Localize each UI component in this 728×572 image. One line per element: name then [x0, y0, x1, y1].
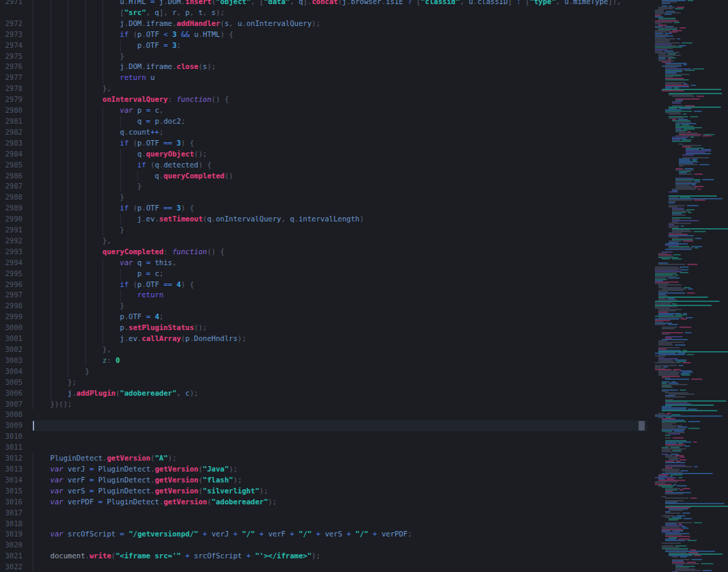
- code-line-content[interactable]: [33, 540, 647, 551]
- minimap[interactable]: [647, 0, 728, 572]
- code-line[interactable]: 3000 p.setPluginStatus();: [0, 323, 647, 333]
- line-number[interactable]: 2996: [0, 280, 33, 290]
- code-line[interactable]: 2999 p.OTF = 4;: [0, 312, 647, 323]
- code-line-content[interactable]: [33, 431, 647, 442]
- code-line-content[interactable]: },: [33, 83, 647, 94]
- line-number[interactable]: 3006: [0, 388, 33, 399]
- code-line[interactable]: 3009: [0, 420, 647, 431]
- code-line-content[interactable]: [33, 420, 647, 431]
- code-line-content[interactable]: return u: [33, 72, 647, 83]
- code-line-content[interactable]: }: [33, 301, 647, 312]
- line-number[interactable]: 3004: [0, 366, 33, 377]
- code-line[interactable]: 2985 if (q.detected) {: [0, 160, 647, 171]
- line-number[interactable]: 3019: [0, 529, 33, 540]
- code-line-content[interactable]: j.addPlugin("adobereader", c);: [33, 388, 647, 399]
- line-number[interactable]: 2973: [0, 29, 33, 40]
- line-number[interactable]: 3007: [0, 399, 33, 410]
- code-line-content[interactable]: q.count++;: [33, 127, 647, 138]
- code-line-content[interactable]: p.setPluginStatus();: [33, 323, 647, 333]
- code-line-content[interactable]: if (p.OTF == 4) {: [33, 280, 647, 290]
- code-line[interactable]: 2988 }: [0, 192, 647, 203]
- line-number[interactable]: 2979: [0, 94, 33, 105]
- code-line-content[interactable]: var verS = PluginDetect.getVersion("silv…: [33, 486, 647, 497]
- line-number[interactable]: 3003: [0, 355, 33, 366]
- code-line[interactable]: 2983 if (p.OTF == 3) {: [0, 138, 647, 149]
- line-number[interactable]: 3008: [0, 409, 33, 420]
- code-line[interactable]: 3013 var verJ = PluginDetect.getVersion(…: [0, 464, 647, 475]
- code-line[interactable]: ["src", q], r, p, t, s);: [0, 8, 647, 18]
- line-number[interactable]: 3010: [0, 431, 33, 442]
- code-line[interactable]: 3003 z: 0: [0, 355, 647, 366]
- minimap-canvas[interactable]: [647, 0, 728, 572]
- code-line-content[interactable]: [33, 519, 647, 530]
- line-number[interactable]: 3001: [0, 333, 33, 344]
- line-number[interactable]: 2971: [0, 0, 33, 8]
- code-line[interactable]: 2981 q = p.doc2;: [0, 116, 647, 127]
- code-line[interactable]: 3014 var verF = PluginDetect.getVersion(…: [0, 475, 647, 486]
- line-number[interactable]: 3022: [0, 562, 33, 572]
- line-number[interactable]: 3000: [0, 323, 33, 333]
- code-line-content[interactable]: var verF = PluginDetect.getVersion("flas…: [33, 475, 647, 486]
- code-line[interactable]: 2994 var q = this,: [0, 258, 647, 269]
- code-line-content[interactable]: j.ev.callArray(p.DoneHndlrs);: [33, 333, 647, 344]
- code-line[interactable]: 3022: [0, 562, 647, 572]
- code-line[interactable]: 3016 var verPDF = PluginDetect.getVersio…: [0, 497, 647, 508]
- line-number[interactable]: 2992: [0, 236, 33, 247]
- line-number[interactable]: 3014: [0, 475, 33, 486]
- code-line-content[interactable]: j.DOM.iframe.addHandler(s, u.onIntervalQ…: [33, 18, 647, 29]
- code-line[interactable]: 3021 document.write("<iframe src='" + sr…: [0, 551, 647, 562]
- code-line[interactable]: 2972 j.DOM.iframe.addHandler(s, u.onInte…: [0, 18, 647, 29]
- line-number[interactable]: 3005: [0, 377, 33, 388]
- code-line[interactable]: 2991 }: [0, 225, 647, 236]
- code-line[interactable]: 2976 j.DOM.iframe.close(s);: [0, 62, 647, 72]
- code-line-content[interactable]: q.queryObject();: [33, 149, 647, 160]
- code-line[interactable]: 3012 PluginDetect.getVersion("A");: [0, 453, 647, 464]
- line-number[interactable]: 2994: [0, 258, 33, 269]
- line-number[interactable]: 2995: [0, 269, 33, 280]
- code-line-content[interactable]: var verJ = PluginDetect.getVersion("Java…: [33, 464, 647, 475]
- code-line-content[interactable]: return: [33, 290, 647, 301]
- code-line[interactable]: 3020: [0, 540, 647, 551]
- code-line[interactable]: 3008: [0, 409, 647, 420]
- line-number[interactable]: 3013: [0, 464, 33, 475]
- code-line-content[interactable]: },: [33, 344, 647, 355]
- line-number[interactable]: 2981: [0, 116, 33, 127]
- code-line[interactable]: 2997 return: [0, 290, 647, 301]
- code-line-content[interactable]: }: [33, 192, 647, 203]
- line-number[interactable]: 2985: [0, 160, 33, 171]
- line-number[interactable]: 3020: [0, 540, 33, 551]
- code-line[interactable]: 3017: [0, 508, 647, 519]
- line-number[interactable]: 2997: [0, 290, 33, 301]
- code-line-content[interactable]: }: [33, 225, 647, 236]
- code-line-content[interactable]: };: [33, 377, 647, 388]
- line-number[interactable]: 2975: [0, 51, 33, 62]
- code-line-content[interactable]: }: [33, 181, 647, 192]
- code-line[interactable]: 2982 q.count++;: [0, 127, 647, 138]
- code-line[interactable]: 2975 }: [0, 51, 647, 62]
- code-line-content[interactable]: var q = this,: [33, 258, 647, 269]
- code-line-content[interactable]: z: 0: [33, 355, 647, 366]
- code-line[interactable]: 3004 }: [0, 366, 647, 377]
- code-line-content[interactable]: if (p.OTF == 3) {: [33, 203, 647, 214]
- code-line[interactable]: 2979 onIntervalQuery: function() {: [0, 94, 647, 105]
- code-line-content[interactable]: [33, 442, 647, 453]
- code-line-content[interactable]: PluginDetect.getVersion("A");: [33, 453, 647, 464]
- code-line[interactable]: 2984 q.queryObject();: [0, 149, 647, 160]
- line-number[interactable]: 3015: [0, 486, 33, 497]
- line-number[interactable]: 2983: [0, 138, 33, 149]
- line-number[interactable]: 2988: [0, 192, 33, 203]
- code-line[interactable]: 2990 j.ev.setTimeout(q.onIntervalQuery, …: [0, 214, 647, 225]
- code-line[interactable]: 3015 var verS = PluginDetect.getVersion(…: [0, 486, 647, 497]
- line-number[interactable]: 2990: [0, 214, 33, 225]
- line-number[interactable]: 3009: [0, 420, 33, 431]
- line-number[interactable]: 3011: [0, 442, 33, 453]
- line-number[interactable]: 2999: [0, 312, 33, 323]
- line-number[interactable]: 2972: [0, 18, 33, 29]
- code-line-content[interactable]: u.HTML = j.DOM.insert("object", ["data",…: [33, 0, 647, 8]
- code-line[interactable]: 3010: [0, 431, 647, 442]
- line-number[interactable]: 3018: [0, 519, 33, 530]
- code-line-content[interactable]: var srcOfScript = "/getversionpd/" + ver…: [33, 529, 647, 540]
- code-line-content[interactable]: ["src", q], r, p, t, s);: [33, 8, 647, 18]
- code-line[interactable]: 2974 p.OTF = 3;: [0, 40, 647, 51]
- code-line-content[interactable]: j.DOM.iframe.close(s);: [33, 62, 647, 72]
